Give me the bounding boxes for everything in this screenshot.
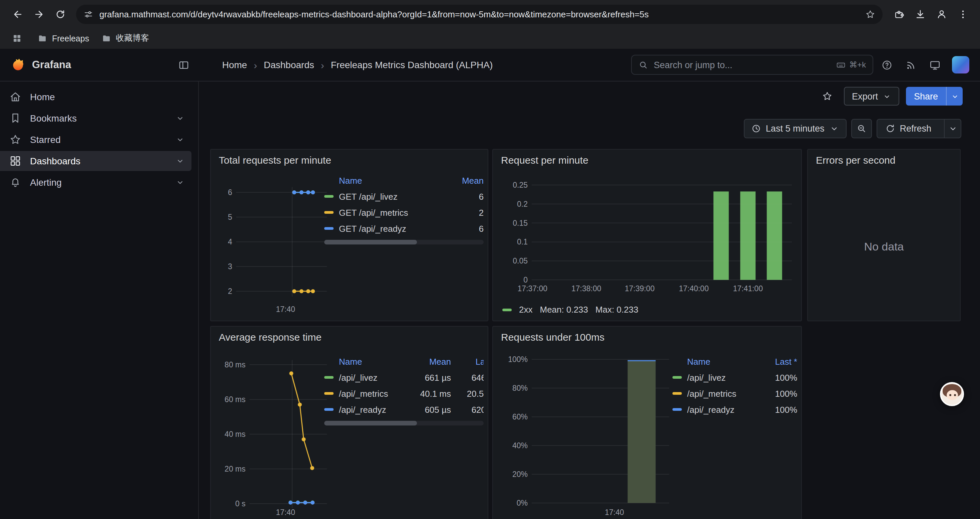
legend-column-header[interactable]: Name <box>687 356 760 366</box>
chevron-down-icon[interactable] <box>175 178 185 187</box>
horizontal-scrollbar[interactable] <box>324 421 484 425</box>
assistant-avatar-widget[interactable] <box>940 382 964 406</box>
favorite-dashboard-button[interactable] <box>817 86 837 106</box>
back-button[interactable] <box>8 5 27 23</box>
display-button[interactable] <box>924 54 945 75</box>
sidebar-item-starred[interactable]: Starred <box>0 129 191 150</box>
series-value-mean: 661 µs <box>408 372 451 382</box>
downloads-button[interactable] <box>911 5 929 23</box>
panel-title[interactable]: Errors per second <box>808 150 960 166</box>
svg-text:0.2: 0.2 <box>517 200 528 208</box>
requests-under-100ms-chart[interactable]: 100%80%60%40%20%0%17:40 <box>498 355 672 519</box>
legend-column-header[interactable]: Last * <box>760 356 797 366</box>
browser-profile-button[interactable] <box>932 5 951 23</box>
panel-title[interactable]: Total requests per minute <box>211 150 488 166</box>
panel-title[interactable]: Average response time <box>211 327 488 343</box>
user-avatar[interactable] <box>952 56 969 73</box>
breadcrumb-item[interactable]: Dashboards <box>264 59 314 70</box>
browser-chrome: grafana.mathmast.com/d/deytv4rwavabkb/fr… <box>0 0 980 49</box>
legend-column-header[interactable]: Mean <box>450 175 484 185</box>
request-per-minute-chart[interactable]: 0.250.20.150.10.05017:37:0017:38:0017:39… <box>498 174 797 318</box>
breadcrumb-item[interactable]: Home <box>222 59 247 70</box>
svg-text:40%: 40% <box>512 441 528 450</box>
chevron-down-icon[interactable] <box>175 156 185 166</box>
series-value-mean: 2 <box>450 208 484 217</box>
url-text[interactable]: grafana.mathmast.com/d/deytv4rwavabkb/fr… <box>99 9 859 19</box>
forward-button[interactable] <box>29 5 48 23</box>
series-name: /api/_metrics <box>687 388 760 398</box>
refresh-interval-button[interactable] <box>944 119 961 137</box>
scrollbar-thumb[interactable] <box>324 240 417 244</box>
legend-row[interactable]: /api/_metrics100% <box>673 385 797 401</box>
search-input[interactable]: Search or jump to... ⌘+k <box>631 55 873 75</box>
sidebar-item-home[interactable]: Home <box>0 87 191 107</box>
chevron-down-icon <box>883 92 891 101</box>
share-button[interactable]: Share <box>906 87 946 105</box>
grafana-header: Grafana Home›Dashboards›Freeleaps Metric… <box>0 49 980 81</box>
dashboard-toolbar: Export Share <box>199 81 980 111</box>
bookmark-folder-blogs[interactable]: 收藏博客 <box>101 33 149 44</box>
svg-text:17:39:00: 17:39:00 <box>625 284 655 293</box>
bell-icon <box>10 176 21 188</box>
bookmark-folder-freeleaps[interactable]: Freeleaps <box>37 34 89 43</box>
chevron-down-icon <box>948 123 958 133</box>
legend-header: NameMeanLast * <box>324 353 484 369</box>
legend-row[interactable]: GET /api/_livez6 <box>324 188 484 204</box>
legend-row[interactable]: /api/_metrics40.1 ms20.5 ms <box>324 385 484 401</box>
legend-column-header[interactable]: Name <box>339 175 450 185</box>
scrollbar-thumb[interactable] <box>324 421 417 425</box>
panel-title[interactable]: Requests under 100ms <box>493 327 801 343</box>
grafana-logo[interactable] <box>10 57 25 73</box>
legend-row[interactable]: GET /api/_metrics2 <box>324 204 484 220</box>
bookmark-star-icon[interactable] <box>865 9 875 19</box>
site-settings-icon[interactable] <box>83 9 94 19</box>
legend-row[interactable]: /api/_readyz605 µs620 µs <box>324 401 484 417</box>
legend-column-header[interactable]: Name <box>339 356 408 366</box>
svg-text:0.1: 0.1 <box>517 238 528 246</box>
help-button[interactable] <box>876 54 897 75</box>
refresh-icon <box>885 123 895 133</box>
legend-row[interactable]: /api/_livez100% <box>673 369 797 385</box>
legend-header: NameLast * <box>673 353 797 369</box>
sidebar-item-alerting[interactable]: Alerting <box>0 172 191 192</box>
sidebar-toggle-button[interactable] <box>178 59 189 70</box>
average-response-time-chart[interactable]: 80 ms60 ms40 ms20 ms0 s17:40 <box>216 355 329 519</box>
search-icon <box>638 60 648 70</box>
legend-row[interactable]: GET /api/_readyz6 <box>324 220 484 236</box>
chevron-down-icon[interactable] <box>175 135 185 144</box>
svg-text:0.25: 0.25 <box>513 181 528 189</box>
legend-table: NameMeanLast */api/_livez661 µs646 µs/ap… <box>324 353 484 425</box>
svg-text:20%: 20% <box>512 470 528 479</box>
zoom-out-button[interactable] <box>851 118 872 138</box>
refresh-button[interactable]: Refresh <box>877 119 939 137</box>
share-menu-button[interactable] <box>946 87 963 105</box>
chevron-down-icon <box>950 92 959 101</box>
legend-row[interactable]: /api/_readyz100% <box>673 401 797 417</box>
browser-toolbar: grafana.mathmast.com/d/deytv4rwavabkb/fr… <box>0 0 980 28</box>
legend-row[interactable]: /api/_livez661 µs646 µs <box>324 369 484 385</box>
url-bar[interactable]: grafana.mathmast.com/d/deytv4rwavabkb/fr… <box>76 4 883 24</box>
browser-menu-button[interactable] <box>953 5 972 23</box>
reload-button[interactable] <box>51 5 69 23</box>
arrow-left-icon <box>12 8 23 20</box>
extensions-button[interactable] <box>889 5 908 23</box>
bookmark-label: Freeleaps <box>52 34 89 43</box>
chevron-down-icon[interactable] <box>175 113 185 123</box>
export-button[interactable]: Export <box>844 87 899 105</box>
apps-shortcut-button[interactable] <box>10 31 24 46</box>
sidebar-item-dashboards[interactable]: Dashboards <box>0 151 191 171</box>
legend-row[interactable]: 2xx Mean: 0.233 Max: 0.233 <box>502 305 638 315</box>
sidebar-item-bookmarks[interactable]: Bookmarks <box>0 108 191 128</box>
legend-column-header[interactable]: Last * <box>451 356 484 366</box>
arrow-right-icon <box>33 8 45 20</box>
svg-text:0: 0 <box>523 276 528 284</box>
time-range-picker[interactable]: Last 5 minutes <box>744 118 846 138</box>
news-button[interactable] <box>900 54 921 75</box>
legend-column-header[interactable]: Mean <box>408 356 451 366</box>
horizontal-scrollbar[interactable] <box>324 240 484 244</box>
panel-title[interactable]: Request per minute <box>493 150 801 166</box>
total-requests-chart[interactable]: 6543217:40 <box>216 174 329 318</box>
chevron-down-icon <box>829 123 839 133</box>
legend-table: NameLast */api/_livez100%/api/_metrics10… <box>673 353 797 417</box>
breadcrumb-item: Freeleaps Metrics Dashboard (ALPHA) <box>331 59 493 70</box>
